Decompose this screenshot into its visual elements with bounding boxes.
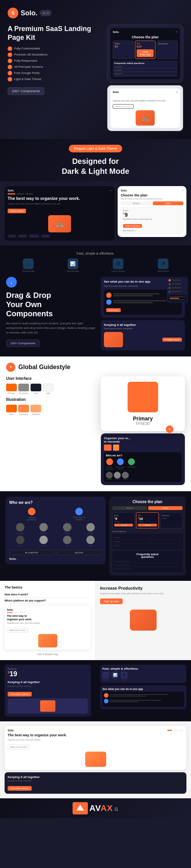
- member-1: Leon Wolff: [9, 523, 31, 534]
- guidestyle-icon: ✦: [6, 363, 15, 372]
- lo-title: The best way toorganize your work.: [7, 614, 88, 621]
- basic-cta[interactable]: Start Free trial: [123, 224, 142, 228]
- avax-triangle-icon: [76, 804, 85, 811]
- increase-title: Increase Productivity: [100, 585, 186, 591]
- lo-watch-btn[interactable]: Watch how it works: [7, 628, 28, 633]
- yearly-toggle[interactable]: Yearly: [153, 201, 184, 205]
- passion-label: Young &passionate: [106, 466, 113, 470]
- phone-iso-preview: [8, 698, 88, 714]
- comfort-label: Comfortable: [127, 466, 136, 468]
- team-passion-icon: [106, 458, 113, 465]
- primary-color-popup: Primary FF6E30 +: [101, 376, 185, 431]
- plan-title: Choose the plan: [113, 35, 178, 39]
- faq-item-2: Which platform do you support?: [5, 598, 91, 604]
- who-title-main: Who we are?: [9, 500, 102, 505]
- solo-light-phone-section: Solo. The best way to organize your work…: [5, 726, 186, 794]
- keeping-sub: Summarise what's important: [8, 685, 88, 687]
- app-store-badge[interactable]: App Store: [57, 550, 102, 555]
- premium-fast-row: Premium $19 Keeping it all together Summ…: [0, 660, 191, 721]
- dark-logo: Solo.: [8, 189, 14, 192]
- schedule-demo-btn[interactable]: Schedule a demo: [162, 338, 182, 342]
- dragdrop-section: Fast, simple & effortless. ↓ Download ap…: [0, 245, 191, 356]
- sidebar-dot: [168, 291, 171, 293]
- sidebar-dot: [168, 287, 171, 289]
- solo-nav-logo: Solo.: [8, 729, 14, 732]
- yearly-plan[interactable]: Yearly: [148, 506, 183, 510]
- creativity-label: Enthusiasm &creativity: [115, 466, 125, 470]
- stats-mini-card: [168, 295, 186, 301]
- primary-hex: FF6E30: [106, 422, 180, 426]
- feature-icons-row: ↓ Download app 📊 Track Activities ⏱ Trac…: [6, 258, 185, 272]
- dark-cta[interactable]: Watch Demo: [8, 209, 26, 213]
- illus-secondary-swatch: [18, 405, 29, 412]
- see-features: See features ∧: [123, 229, 181, 232]
- demo-avatar-1: [104, 693, 108, 698]
- hero-tagline: A Premium SaaS Landing Page Kit: [8, 25, 102, 43]
- keeping-title: Keeping it all together: [8, 680, 88, 684]
- feature-list: ✓Fully Customizable ✓Premium 3D Illustra…: [8, 46, 102, 82]
- member-avatar: [63, 523, 71, 531]
- primary-label: Primary: [106, 415, 180, 422]
- monthly-toggle[interactable]: Monthly: [121, 201, 152, 205]
- fast-icon-time: ⏱ Analyse: [121, 672, 128, 681]
- dark-big-title: The best way to organize your work.: [8, 196, 112, 201]
- iso-preview-img: [40, 700, 55, 712]
- hero-section: S Solo. v1.0 A Premium SaaS Landing Page…: [0, 0, 191, 139]
- feature-item: ✓Fully Responsive: [8, 58, 102, 64]
- signup-button[interactable]: Sign up now: [100, 598, 123, 604]
- illus-main-swatch: [6, 405, 17, 412]
- guidestyle-section: ✦ Global Guidestyle User Interface Prima…: [0, 356, 191, 491]
- bike-illustration: 🚲: [136, 110, 155, 126]
- use-simple-label: Use a simple way: [5, 653, 91, 655]
- member-avatar: [39, 536, 48, 544]
- sidebar-row: [168, 286, 186, 290]
- pricing-phone-section: Choose the plan Monthly Yearly Basic $9 …: [109, 497, 186, 575]
- basics-section: The basics How does it work? Which platf…: [0, 581, 96, 660]
- schedule-btn[interactable]: Schedule a demo: [8, 692, 32, 696]
- keeping-card: Keeping it all together Summarise what's…: [101, 320, 185, 350]
- feature-item: ✓Free Google Fonts: [8, 70, 102, 76]
- basic-desc: Beautifully simple project planning: [123, 218, 181, 220]
- dark-phone-right: Organize your w...in seconds Who we are?…: [101, 433, 185, 485]
- watch-btn[interactable]: Watch how it works: [113, 104, 134, 109]
- premium-price: $19: [8, 670, 88, 678]
- avatar-2: [114, 472, 121, 479]
- member-4: Oksana: [80, 523, 102, 534]
- fast-icon-chart: 📊 Track: [112, 672, 118, 681]
- feature-check: ✓: [180, 536, 181, 538]
- basic-try-btn[interactable]: Start trial: [114, 524, 133, 526]
- faq-mini: Frequently asked questions Long title Lo…: [113, 60, 178, 77]
- see-what-title: See what you can do in one app: [102, 688, 184, 690]
- pro-try-btn[interactable]: Start trial: [138, 524, 157, 526]
- light-organize-phone: Solo. The best way toorganize your work.…: [5, 606, 91, 650]
- lo-sub: Organize your tasks, Also add subtitles.: [7, 622, 88, 624]
- member-avatar: [86, 536, 95, 544]
- download-icon: ↓: [23, 258, 34, 269]
- dark-3d-illustration: 🚲: [48, 215, 71, 232]
- solo-watch-btn[interactable]: Watch how it works: [8, 745, 29, 749]
- member-avatar: [39, 523, 48, 531]
- plan-card-business: Business: [157, 41, 178, 59]
- sidebar-text: [172, 287, 181, 288]
- dark-subtitle: Organize your tasks. Also add subtitles …: [8, 203, 112, 205]
- fast-time-icon: ⏱: [121, 672, 128, 678]
- monthly-plan[interactable]: Monthly: [112, 506, 147, 510]
- organize-sub: Organize your tasks. Also add subtitles …: [113, 100, 178, 102]
- designed-title: Designed for Dark & Light Mode: [8, 156, 183, 176]
- member-6: Louie: [33, 536, 55, 547]
- sidebar-dot-active: [168, 279, 171, 281]
- fast-title: Fast, simple & effortless.: [102, 667, 184, 670]
- keeping-schedule-btn[interactable]: Schedule a demo: [8, 786, 32, 791]
- who-we-are-section: Who we are? Young &passionate Enthusiasm…: [5, 497, 105, 575]
- primary-color-box: [128, 382, 158, 412]
- keeping-all-sub: Summarise what's important: [8, 780, 183, 782]
- add-color-button[interactable]: +: [166, 425, 173, 433]
- google-play-badge[interactable]: ▶ Google Play: [9, 550, 55, 555]
- nav-bar: [179, 730, 183, 731]
- member-avatar: [16, 536, 24, 544]
- solo-organize-title: The best way to organize your work.: [8, 733, 183, 738]
- get-started-btn[interactable]: Get Started: [106, 308, 121, 312]
- guidestyle-title: Global Guidestyle: [18, 364, 70, 371]
- team-comfort-icon: [128, 458, 135, 465]
- solo-3d-illus: [85, 752, 106, 767]
